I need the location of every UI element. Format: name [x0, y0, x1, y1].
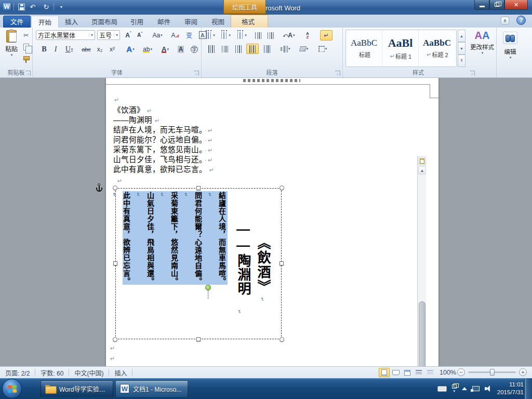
- style-item-heading2[interactable]: AaBbC ↵标题 2: [419, 30, 455, 66]
- text-highlight-button[interactable]: ab▾: [140, 44, 155, 54]
- show-desktop-button[interactable]: [524, 378, 532, 399]
- minimize-button[interactable]: [474, 0, 489, 10]
- textbox-column[interactable]: 結廬在人境，而無車馬喧。↵: [204, 192, 228, 285]
- superscript-button[interactable]: x²: [107, 44, 118, 54]
- font-size-combo[interactable]: 五号 ▾: [97, 30, 120, 40]
- start-button[interactable]: [2, 379, 22, 398]
- resize-handle-bottom-left[interactable]: [113, 337, 117, 342]
- subscript-button[interactable]: x₂: [94, 44, 105, 54]
- scrollbar-thumb[interactable]: [419, 301, 425, 366]
- vertical-scrollbar[interactable]: ▲ ▼ ⏶ ⏷: [417, 156, 426, 366]
- tab-page-layout[interactable]: 页面布局: [85, 16, 124, 28]
- align-bottom-button[interactable]: [233, 44, 244, 54]
- enclose-characters-button[interactable]: 字: [189, 44, 200, 54]
- print-layout-view-button[interactable]: [379, 368, 390, 377]
- outline-view-button[interactable]: [413, 368, 424, 377]
- volume-icon[interactable]: [485, 385, 492, 392]
- font-name-combo[interactable]: 方正水黑繁体 ▾: [36, 30, 95, 40]
- paragraph-dialog-launcher[interactable]: [335, 71, 340, 76]
- taskbar-item-folder[interactable]: Word导学实验08...: [41, 380, 113, 397]
- poem-line[interactable]: 结庐在人境，而无车马喧。·↵: [113, 125, 213, 136]
- clipboard-dialog-launcher[interactable]: [25, 71, 31, 76]
- poem-line[interactable]: 山气日夕佳，飞鸟相与还。·↵: [113, 155, 213, 165]
- poem-line[interactable]: 此中有真意，欲辩已忘言。↵: [113, 165, 215, 175]
- resize-handle-top[interactable]: [196, 186, 201, 190]
- vertical-text-box[interactable]: 結廬在人境，而無車馬喧。↵ 問君何能爾？心遠地自偏。↵ 采菊東籬下，悠然見南山。…: [115, 188, 282, 339]
- decrease-indent-button[interactable]: [252, 31, 264, 40]
- clear-formatting-button[interactable]: A◢: [169, 30, 181, 40]
- restore-button[interactable]: [489, 0, 504, 10]
- status-insert-mode[interactable]: 插入: [109, 367, 132, 378]
- cut-button[interactable]: ✂: [21, 31, 31, 40]
- phonetic-guide-button[interactable]: 变: [183, 30, 195, 40]
- full-screen-reading-button[interactable]: [390, 368, 401, 377]
- bold-button[interactable]: B: [39, 44, 49, 54]
- help-button[interactable]: ?: [516, 16, 526, 25]
- shrink-font-button[interactable]: Aˇ: [135, 30, 145, 40]
- network-icon[interactable]: [472, 386, 480, 391]
- styles-scroll-up-button[interactable]: ▲: [458, 30, 466, 42]
- tab-format[interactable]: 格式: [235, 16, 261, 28]
- text-direction-button[interactable]: ⤺A▾: [281, 31, 297, 40]
- tab-home[interactable]: 开始: [31, 16, 59, 28]
- scroll-up-button[interactable]: ▲: [418, 166, 426, 175]
- line-spacing-button[interactable]: ⇕▾: [277, 44, 292, 54]
- zoom-slider-thumb[interactable]: [490, 369, 495, 376]
- tab-insert[interactable]: 插入: [58, 16, 85, 28]
- zoom-slider-track[interactable]: [468, 371, 516, 373]
- show-hide-marks-button[interactable]: ↵: [320, 30, 332, 41]
- ruler-toggle-button[interactable]: [418, 157, 426, 165]
- poem-line[interactable]: ——陶渊明↵: [113, 115, 160, 126]
- show-hidden-icons-button[interactable]: [462, 387, 467, 390]
- textbox-poem-columns[interactable]: 結廬在人境，而無車馬喧。↵ 問君何能爾？心遠地自偏。↵ 采菊東籬下，悠然見南山。…: [168, 192, 228, 285]
- textbox-column[interactable]: 問君何能爾？心遠地自偏。↵: [180, 192, 204, 285]
- draft-view-button[interactable]: [424, 368, 435, 377]
- style-item-title[interactable]: AaBbC 标题: [346, 30, 382, 66]
- strikethrough-button[interactable]: abc: [79, 44, 93, 54]
- italic-button[interactable]: I: [50, 44, 61, 54]
- styles-gallery-expand-button[interactable]: ⊽: [458, 55, 466, 67]
- tab-file[interactable]: 文件: [3, 16, 31, 28]
- close-button[interactable]: ✕: [504, 0, 528, 10]
- input-method-keyboard-icon[interactable]: [437, 386, 447, 392]
- align-center-button[interactable]: [219, 44, 231, 54]
- textbox-column[interactable]: 此中有真意，欲辨已忘言。↵: [108, 192, 132, 285]
- document-page[interactable]: ↵ 《饮酒》↵ ——陶渊明↵ 结庐在人境，而无车马喧。·↵ 问君何能尔？心远地自…: [106, 78, 438, 366]
- zoom-percentage[interactable]: 100%: [440, 369, 456, 376]
- distribute-button[interactable]: [261, 44, 273, 54]
- zoom-out-button[interactable]: −: [457, 368, 465, 376]
- grow-font-button[interactable]: Aˆ: [123, 30, 134, 40]
- web-layout-button[interactable]: [402, 368, 413, 377]
- status-word-count[interactable]: 字数: 60: [35, 367, 69, 378]
- textbox-column[interactable]: 山氣日夕佳，飛鳥相與還。↵: [132, 192, 156, 285]
- text-effects-button[interactable]: A▾: [123, 44, 138, 54]
- poem-line[interactable]: 问君何能尔？心远地自偏。·↵: [113, 135, 213, 145]
- minimize-ribbon-button[interactable]: ∧: [501, 17, 509, 24]
- underline-button[interactable]: U▾: [62, 44, 76, 54]
- textbox-author[interactable]: ——陶淵明: [234, 221, 251, 296]
- tab-view[interactable]: 视图: [205, 16, 231, 28]
- multilevel-list-button[interactable]: ▾: [235, 31, 249, 40]
- styles-scroll-down-button[interactable]: ▼: [458, 42, 466, 55]
- resize-handle-bottom-right[interactable]: [280, 337, 284, 342]
- style-item-heading1[interactable]: AaBl ↵标题 1: [382, 30, 419, 66]
- font-color-button[interactable]: A▾: [157, 44, 173, 54]
- editing-button[interactable]: 编辑 ▾: [500, 32, 521, 60]
- align-top-button[interactable]: [206, 44, 217, 54]
- title-bar[interactable]: W ↶▾ ↻ ▾ 文档1 - Microsoft Word 绘图工具 ✕: [0, 0, 532, 15]
- tab-references[interactable]: 引用: [124, 16, 150, 28]
- sort-button[interactable]: A Z: [301, 31, 314, 40]
- font-dialog-launcher[interactable]: [194, 71, 199, 76]
- resize-handle-bottom[interactable]: [196, 337, 201, 341]
- resize-handle-top-right[interactable]: [280, 185, 284, 190]
- language-bar-options[interactable]: ▾: [452, 384, 457, 393]
- numbering-button[interactable]: ▾: [220, 31, 232, 40]
- bullets-button[interactable]: ▾: [204, 31, 217, 40]
- textbox-column[interactable]: 采菊東籬下，悠然見南山。↵: [156, 192, 180, 285]
- copy-button[interactable]: [21, 42, 31, 51]
- status-language[interactable]: 中文(中国): [69, 367, 109, 378]
- taskbar-clock[interactable]: 11:01 2015/7/31: [497, 381, 524, 396]
- resize-handle-right[interactable]: [280, 261, 284, 265]
- poem-line[interactable]: 《饮酒》↵: [113, 105, 152, 116]
- format-painter-button[interactable]: [21, 55, 31, 64]
